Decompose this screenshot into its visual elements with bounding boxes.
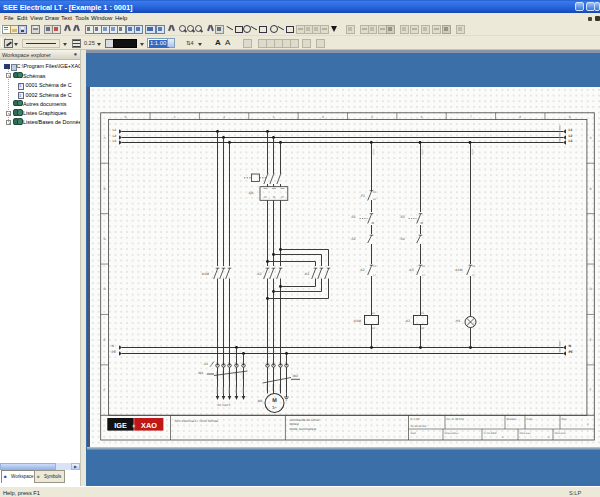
svg-text:-K2: -K2: [360, 268, 365, 272]
svg-text:A1: A1: [372, 312, 376, 315]
svg-text:E: E: [104, 338, 106, 342]
svg-text:1: 1: [587, 422, 589, 426]
svg-text:L2: L2: [113, 134, 117, 138]
svg-text:I>: I>: [264, 195, 267, 199]
svg-text:04.10.2003: 04.10.2003: [484, 432, 498, 435]
svg-text:14: 14: [422, 274, 425, 277]
svg-text:14: 14: [373, 274, 376, 277]
svg-text:2: 2: [548, 435, 550, 439]
svg-text:0: 0: [124, 115, 126, 119]
svg-text:A: A: [590, 136, 593, 140]
svg-text:-S3: -S3: [400, 215, 405, 219]
svg-text:I>: I>: [273, 195, 276, 199]
svg-text:-S4: -S4: [400, 237, 405, 241]
svg-text:D: D: [589, 287, 592, 291]
svg-text:Folio suiv.: Folio suiv.: [520, 432, 532, 435]
svg-text:13: 13: [422, 265, 425, 268]
svg-text:Dessinateur: Dessinateur: [445, 432, 459, 435]
svg-text:L1: L1: [113, 128, 117, 132]
svg-text:E: E: [590, 338, 592, 342]
svg-text:A1: A1: [421, 312, 425, 315]
svg-text:L3: L3: [569, 139, 573, 143]
svg-text:PE: PE: [112, 350, 116, 354]
svg-text:1: 1: [174, 115, 176, 119]
svg-text:5: 5: [371, 115, 373, 119]
svg-text:Folio prec.: Folio prec.: [555, 432, 567, 435]
svg-text:13: 13: [472, 265, 475, 268]
svg-text:No. N. 05.043: No. N. 05.043: [447, 417, 465, 421]
svg-text:Rev.: Rev.: [562, 417, 568, 421]
svg-text:Folio: Folio: [527, 417, 534, 421]
svg-text:IGE: IGE: [114, 421, 127, 430]
svg-text:L1: L1: [569, 128, 573, 132]
svg-text:B: B: [590, 187, 592, 191]
svg-text:3~: 3~: [272, 405, 277, 410]
svg-text:Mode: Automatique: Mode: Automatique: [290, 427, 317, 431]
svg-text:W1 5G2.5: W1 5G2.5: [217, 403, 231, 407]
svg-text:A2: A2: [421, 327, 425, 330]
svg-text:Commande du Circuit: Commande du Circuit: [290, 418, 320, 422]
svg-text:-S2: -S2: [351, 237, 356, 241]
svg-text:7: 7: [470, 115, 472, 119]
svg-text:XAO: XAO: [141, 421, 157, 430]
svg-text:3: 3: [273, 115, 275, 119]
svg-text:13: 13: [373, 265, 376, 268]
svg-text:I>: I>: [281, 195, 284, 199]
svg-text:14: 14: [472, 274, 475, 277]
svg-text:-W2: -W2: [292, 374, 298, 378]
svg-text:2: 2: [223, 115, 225, 119]
svg-text:L2: L2: [569, 134, 573, 138]
svg-text:-S1: -S1: [351, 215, 356, 219]
svg-text:A2: A2: [372, 327, 376, 330]
svg-text:Dessine: Dessine: [507, 417, 518, 421]
svg-text:8: 8: [519, 115, 521, 119]
svg-text:No.36.08.063: No.36.08.063: [411, 425, 427, 428]
svg-text:SEE Electrical LT Victor Simoe: SEE Electrical LT Victor Simoes: [175, 419, 219, 423]
svg-text:Moteur: Moteur: [290, 422, 300, 426]
svg-text:C: C: [103, 237, 106, 241]
svg-text:-X1: -X1: [203, 362, 208, 366]
svg-text:96: 96: [373, 198, 376, 201]
svg-text:A: A: [104, 136, 107, 140]
svg-text:-F2: -F2: [360, 194, 365, 198]
svg-text:M: M: [272, 398, 277, 404]
svg-text:1: 1: [502, 435, 504, 439]
svg-text:F: F: [104, 388, 106, 392]
svg-text:-K1M: -K1M: [353, 319, 361, 323]
svg-text:P=1.00: P=1.00: [411, 417, 420, 421]
svg-text:-W1: -W1: [198, 371, 204, 375]
svg-text:-Q1: -Q1: [248, 191, 254, 195]
svg-text:-M1: -M1: [257, 399, 263, 403]
svg-text:9: 9: [569, 115, 571, 119]
svg-text:N: N: [112, 344, 115, 348]
svg-text:-K1M: -K1M: [455, 268, 463, 272]
svg-text:C: C: [589, 237, 592, 241]
svg-text:6: 6: [421, 115, 423, 119]
svg-text:95: 95: [373, 191, 376, 194]
svg-text:N: N: [569, 344, 572, 348]
svg-text:L3: L3: [113, 139, 117, 143]
svg-text:4: 4: [322, 115, 324, 119]
svg-text:-K2: -K2: [257, 272, 262, 276]
svg-text:-K2: -K2: [405, 319, 410, 323]
svg-text:D: D: [103, 287, 106, 291]
svg-text:-H1: -H1: [455, 319, 460, 323]
svg-text:Date: Date: [411, 432, 417, 435]
svg-text:PE: PE: [569, 350, 574, 354]
svg-text:B: B: [104, 187, 106, 191]
svg-text:-K3: -K3: [304, 272, 309, 276]
svg-text:+: +: [132, 424, 136, 430]
svg-text:-K3: -K3: [409, 268, 414, 272]
svg-text:F: F: [590, 388, 592, 392]
svg-text:-K1M: -K1M: [201, 272, 209, 276]
